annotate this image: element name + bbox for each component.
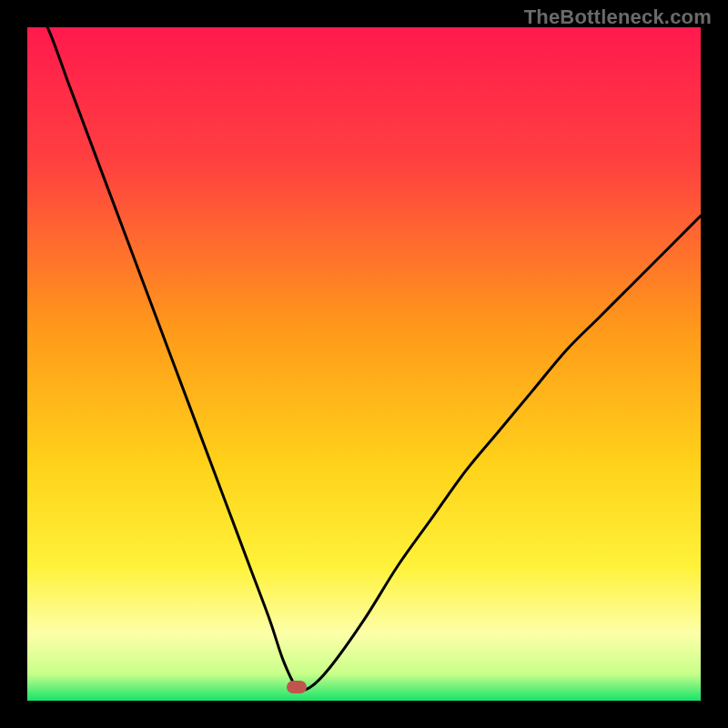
optimal-point-marker bbox=[287, 681, 307, 693]
bottleneck-curve bbox=[27, 27, 701, 701]
watermark-text: TheBottleneck.com bbox=[524, 5, 712, 29]
chart-plot-area bbox=[27, 27, 701, 701]
